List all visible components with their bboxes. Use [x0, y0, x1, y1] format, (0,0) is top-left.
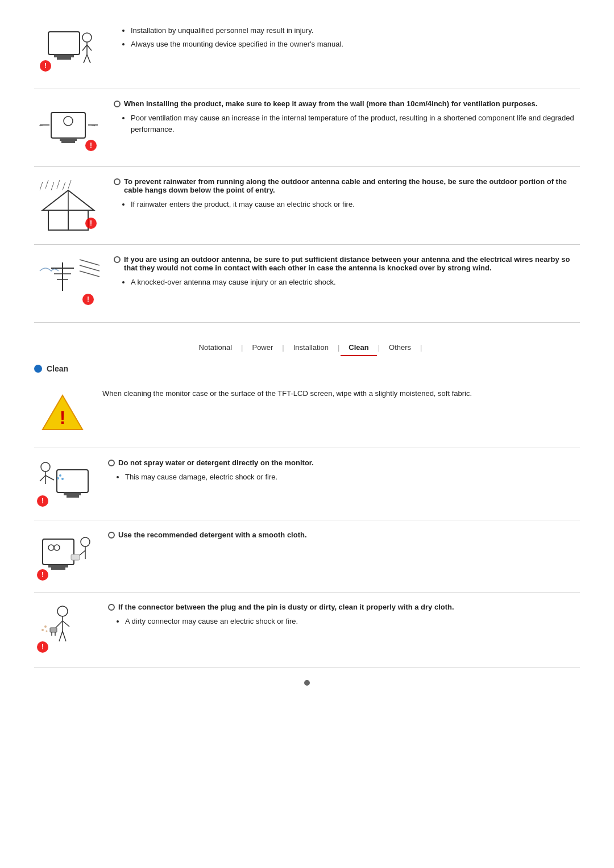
svg-line-37 — [80, 260, 99, 265]
svg-line-7 — [84, 55, 87, 63]
svg-line-71 — [59, 631, 63, 641]
svg-point-67 — [57, 606, 68, 616]
detergent-content: Use the recommended detergent with a smo… — [108, 531, 580, 544]
no-spray-sub-1: This may cause damage, electric shock or… — [125, 471, 580, 483]
ventilation-illustration: ← → ! — [37, 101, 99, 155]
clean-no-spray-block: ! Do not spray water or detergent direct… — [34, 448, 580, 520]
svg-text:!: ! — [42, 497, 44, 505]
warning-triangle-icon: ! — [40, 391, 85, 436]
svg-line-25 — [63, 182, 65, 190]
tab-power[interactable]: Power — [244, 340, 281, 355]
sep-1: | — [241, 343, 243, 352]
svg-line-6 — [87, 45, 92, 51]
svg-text:←: ← — [38, 122, 44, 128]
illus-outdoor-antenna: ! — [34, 255, 102, 312]
detergent-main-text: Use the recommended detergent with a smo… — [118, 531, 307, 539]
outdoor-antenna-main: If you are using an outdoor antenna, be … — [114, 255, 580, 272]
clean-section-heading: Clean — [34, 364, 580, 373]
svg-point-76 — [44, 625, 47, 628]
no-spray-content: Do not spray water or detergent directly… — [108, 458, 580, 485]
install-bullets: Installation by unqualified personnel ma… — [131, 25, 580, 49]
outdoor-antenna-sub: A knocked-over antenna may cause injury … — [131, 277, 580, 288]
section-install-warning: ! Installation by unqualified personnel … — [34, 11, 580, 89]
svg-line-49 — [40, 475, 45, 481]
ventilation-main-text: When installing the product, make sure t… — [124, 99, 537, 108]
ventilation-sub-1: Poor ventilation may cause an increase i… — [131, 112, 580, 135]
connector-main-text: If the connector between the plug and th… — [118, 603, 454, 611]
tab-installation[interactable]: Installation — [285, 340, 337, 355]
svg-rect-2 — [57, 57, 71, 60]
clean-heading-icon — [34, 365, 42, 373]
svg-text:!: ! — [44, 62, 47, 70]
svg-rect-44 — [57, 470, 88, 493]
ventilation-main: When installing the product, make sure t… — [114, 99, 580, 108]
svg-rect-64 — [71, 554, 80, 560]
svg-line-8 — [87, 55, 90, 63]
tab-others[interactable]: Others — [381, 340, 419, 355]
svg-line-22 — [45, 180, 48, 189]
sep-3: | — [338, 343, 339, 352]
svg-text:!: ! — [90, 219, 92, 227]
connector-main: If the connector between the plug and th… — [108, 603, 580, 611]
illus-rainwater: ! — [34, 177, 102, 234]
no-spray-main: Do not spray water or detergent directly… — [108, 458, 580, 467]
sep-5: | — [420, 343, 422, 352]
svg-rect-1 — [54, 55, 74, 57]
svg-point-47 — [41, 462, 50, 471]
rainwater-bullet-icon — [114, 178, 121, 185]
clean-intro-block: ! When cleaning the monitor case or the … — [34, 379, 580, 448]
section-outdoor-antenna: ! If you are using an outdoor antenna, b… — [34, 245, 580, 323]
svg-text:!: ! — [60, 407, 66, 428]
clean-detergent-block: ! Use the recommended detergent with a s… — [34, 520, 580, 592]
clean-heading-text: Clean — [47, 364, 68, 373]
sep-4: | — [378, 343, 380, 352]
clean-connector-block: ! If the connector between the plug and … — [34, 592, 580, 667]
svg-text:→: → — [90, 122, 96, 128]
rainwater-main: To prevent rainwater from running along … — [114, 177, 580, 194]
svg-point-14 — [64, 116, 73, 126]
illus-detergent: ! — [34, 531, 97, 582]
outdoor-antenna-main-text: If you are using an outdoor antenna, be … — [124, 255, 580, 272]
svg-rect-56 — [43, 539, 74, 565]
svg-point-3 — [82, 33, 92, 42]
svg-point-59 — [48, 545, 54, 550]
illus-clean-warning: ! — [34, 389, 91, 437]
outdoor-antenna-sub-1: A knocked-over antenna may cause injury … — [131, 277, 580, 288]
svg-point-77 — [42, 629, 44, 631]
svg-point-60 — [54, 545, 60, 550]
svg-text:!: ! — [90, 141, 92, 149]
ventilation-content: When installing the product, make sure t… — [114, 99, 580, 137]
rainwater-main-text: To prevent rainwater from running along … — [124, 177, 580, 194]
svg-rect-45 — [64, 493, 81, 495]
rainwater-sub: If rainwater enters the product, it may … — [131, 199, 580, 210]
svg-text:!: ! — [87, 295, 89, 303]
svg-rect-0 — [48, 32, 80, 55]
svg-line-72 — [63, 631, 66, 641]
connector-sub-1: A dirty connector may cause an electric … — [125, 616, 580, 627]
illus-ventilation: ← → ! — [34, 99, 102, 156]
no-spray-bullet-icon — [108, 460, 115, 466]
detergent-main: Use the recommended detergent with a smo… — [108, 531, 580, 539]
connector-content: If the connector between the plug and th… — [108, 603, 580, 629]
svg-point-78 — [46, 631, 48, 632]
svg-rect-12 — [60, 138, 77, 141]
connector-illustration: ! — [34, 603, 97, 657]
no-spray-main-text: Do not spray water or detergent directly… — [118, 458, 314, 467]
clean-intro-content: When cleaning the monitor case or the su… — [102, 389, 580, 398]
svg-rect-46 — [67, 495, 79, 498]
svg-line-23 — [51, 182, 54, 190]
svg-rect-73 — [50, 628, 57, 632]
ventilation-bullet-icon — [114, 101, 121, 107]
svg-line-70 — [63, 621, 69, 627]
section-ventilation: ← → ! When installing the product, make … — [34, 89, 580, 167]
connector-bullet-icon — [108, 604, 115, 611]
rainwater-content: To prevent rainwater from running along … — [114, 177, 580, 212]
detergent-illustration: ! — [34, 531, 97, 582]
svg-point-53 — [61, 478, 64, 480]
install-bullet-1: Installation by unqualified personnel ma… — [131, 25, 580, 36]
svg-point-52 — [59, 474, 61, 477]
tab-clean[interactable]: Clean — [341, 340, 376, 355]
svg-text:!: ! — [42, 643, 44, 651]
svg-rect-58 — [51, 567, 65, 570]
tab-notational[interactable]: Notational — [191, 340, 240, 355]
